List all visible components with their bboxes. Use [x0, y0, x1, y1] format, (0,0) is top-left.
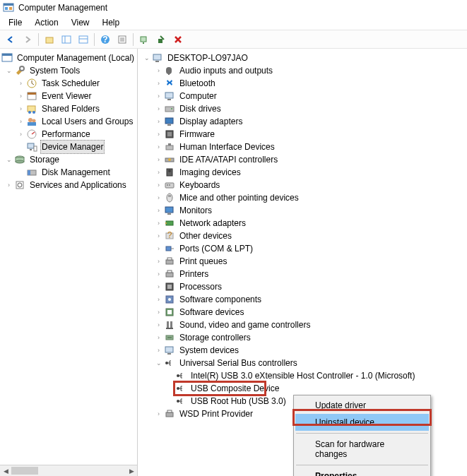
enable-button[interactable]	[153, 32, 169, 47]
device-category[interactable]: ›Software devices	[142, 306, 467, 319]
expand-icon[interactable]: ›	[16, 105, 25, 114]
menu-update-driver[interactable]: Update driver	[295, 397, 429, 414]
device-category[interactable]: ›?Other devices	[142, 230, 467, 242]
menu-file[interactable]: File	[3, 16, 28, 29]
tree-disk-management[interactable]: Disk Management	[1, 166, 137, 179]
horizontal-scrollbar[interactable]: ◀ ▶	[0, 465, 137, 476]
expand-icon[interactable]: ›	[154, 181, 163, 190]
device-category[interactable]: ›Imaging devices	[142, 166, 467, 179]
expand-icon[interactable]: ›	[16, 92, 25, 101]
device-category[interactable]: ›Keyboards	[142, 179, 467, 191]
device-category[interactable]: ›Firmware	[142, 128, 467, 141]
collapse-icon[interactable]: ⌄	[4, 155, 13, 165]
expand-icon[interactable]: ›	[154, 66, 163, 76]
menu-scan-hardware[interactable]: Scan for hardware changes	[295, 436, 429, 463]
scroll-right-button[interactable]: ▶	[126, 465, 137, 476]
expand-icon[interactable]: ›	[154, 130, 163, 139]
device-category[interactable]: ›Monitors	[142, 204, 467, 217]
expand-icon[interactable]: ›	[154, 79, 163, 88]
device-usb-composite[interactable]: USB Composite Device	[175, 382, 265, 395]
device-category[interactable]: ›IDE ATA/ATAPI controllers	[142, 153, 467, 166]
device-category[interactable]: ›Print queues	[142, 255, 467, 268]
devmgr-icon	[26, 141, 37, 153]
menu-help[interactable]: Help	[97, 16, 126, 29]
device-usb-intel[interactable]: Intel(R) USB 3.0 eXtensible Host Control…	[142, 369, 467, 382]
device-category[interactable]: ›Display adapters	[142, 115, 467, 128]
expand-icon[interactable]: ›	[154, 410, 163, 419]
expand-icon[interactable]: ›	[154, 92, 163, 101]
expand-icon[interactable]: ›	[154, 232, 163, 241]
device-category[interactable]: ⌄Universal Serial Bus controllers	[142, 357, 467, 369]
expand-icon[interactable]: ›	[154, 155, 163, 165]
expand-icon[interactable]: ›	[154, 270, 163, 279]
collapse-icon[interactable]: ⌄	[154, 359, 163, 368]
device-tree[interactable]: ⌄ DESKTOP-LO97JAO ›Audio inputs and outp…	[138, 49, 467, 423]
menu-properties[interactable]: Properties	[295, 468, 429, 476]
expand-icon[interactable]: ›	[16, 79, 25, 88]
tree-event-viewer[interactable]: ›Event Viewer	[1, 90, 137, 102]
tree-performance[interactable]: ›Performance	[1, 128, 137, 141]
menu-view[interactable]: View	[66, 16, 95, 29]
menu-action[interactable]: Action	[29, 16, 64, 29]
expand-icon[interactable]: ›	[154, 295, 163, 304]
expand-icon[interactable]: ›	[154, 257, 163, 266]
expand-icon[interactable]: ›	[154, 308, 163, 317]
expand-icon[interactable]: ›	[16, 117, 25, 126]
back-button[interactable]	[3, 32, 18, 47]
expand-icon[interactable]: ›	[154, 219, 163, 228]
expand-icon[interactable]: ›	[154, 105, 163, 114]
properties-button[interactable]	[76, 32, 91, 47]
device-category[interactable]: ›Software components	[142, 293, 467, 306]
device-category[interactable]: ›Sound, video and game controllers	[142, 319, 467, 331]
device-category[interactable]: ›Ports (COM & LPT)	[142, 242, 467, 255]
expand-icon[interactable]: ›	[154, 206, 163, 215]
tree-local-users[interactable]: ›Local Users and Groups	[1, 115, 137, 128]
tree-system-tools[interactable]: ⌄ System Tools	[1, 64, 137, 77]
tree-root-computer-management[interactable]: Computer Management (Local)	[1, 52, 137, 64]
scan-button[interactable]	[136, 32, 152, 47]
menu-uninstall-device[interactable]: Uninstall device	[295, 414, 429, 431]
device-category[interactable]: ›Mice and other pointing devices	[142, 191, 467, 204]
up-button[interactable]	[42, 32, 57, 47]
expand-icon[interactable]: ›	[154, 321, 163, 330]
device-category[interactable]: ›Processors	[142, 280, 467, 293]
device-category[interactable]: ›Bluetooth	[142, 77, 467, 90]
tree-task-scheduler[interactable]: ›Task Scheduler	[1, 77, 137, 90]
collapse-icon[interactable]: ⌄	[4, 66, 13, 76]
uninstall-button[interactable]	[170, 32, 186, 47]
expand-icon[interactable]: ›	[154, 143, 163, 152]
expand-icon[interactable]: ›	[154, 282, 163, 292]
device-category[interactable]: ›Network adapters	[142, 217, 467, 230]
svg-point-28	[32, 119, 36, 123]
expand-icon[interactable]: ›	[154, 346, 163, 355]
expand-icon[interactable]: ›	[4, 181, 13, 190]
scroll-thumb[interactable]	[11, 467, 38, 475]
detail-button[interactable]	[114, 32, 130, 47]
help-button[interactable]: ?	[97, 32, 113, 47]
device-root[interactable]: ⌄ DESKTOP-LO97JAO	[142, 52, 467, 64]
device-category[interactable]: ›System devices	[142, 344, 467, 357]
tree-storage[interactable]: ⌄Storage	[1, 153, 137, 166]
device-category[interactable]: ›Storage controllers	[142, 331, 467, 344]
collapse-icon[interactable]: ⌄	[142, 54, 151, 63]
svg-rect-15	[141, 37, 146, 42]
console-tree[interactable]: Computer Management (Local) ⌄ System Too…	[0, 49, 137, 194]
expand-icon[interactable]: ›	[154, 333, 163, 343]
expand-icon[interactable]: ›	[16, 130, 25, 139]
tree-shared-folders[interactable]: ›Shared Folders	[1, 102, 137, 115]
device-category[interactable]: ›Audio inputs and outputs	[142, 64, 467, 77]
device-category[interactable]: ›Human Interface Devices	[142, 141, 467, 153]
expand-icon[interactable]: ›	[154, 168, 163, 177]
expand-icon[interactable]: ›	[154, 244, 163, 254]
show-hide-tree-button[interactable]	[59, 32, 74, 47]
device-category[interactable]: ›Computer	[142, 90, 467, 102]
svg-rect-65	[166, 221, 173, 225]
tree-services-apps[interactable]: ›Services and Applications	[1, 179, 137, 191]
tree-device-manager[interactable]: Device Manager	[1, 141, 137, 153]
device-category[interactable]: ›Printers	[142, 268, 467, 280]
forward-button[interactable]	[20, 32, 35, 47]
scroll-left-button[interactable]: ◀	[0, 465, 11, 476]
device-category[interactable]: ›Disk drives	[142, 102, 467, 115]
expand-icon[interactable]: ›	[154, 117, 163, 126]
expand-icon[interactable]: ›	[154, 194, 163, 203]
